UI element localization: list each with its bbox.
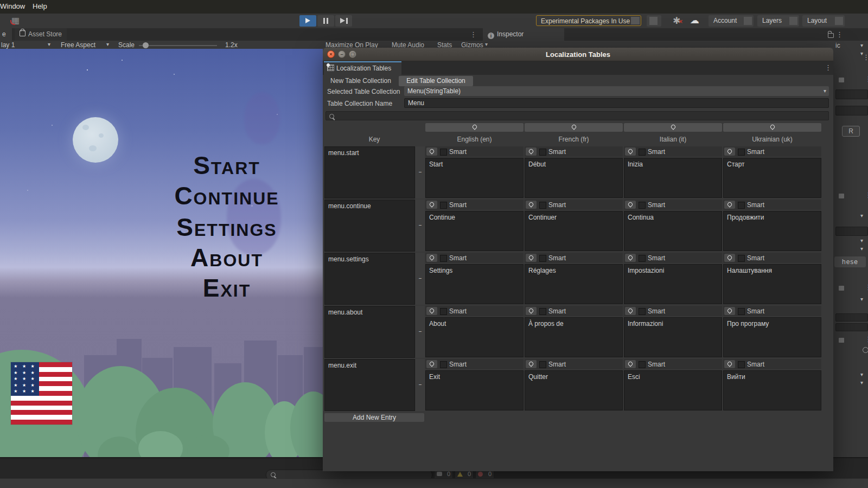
inspector-dropdown-arrow-4[interactable]: ▾: [860, 296, 863, 302]
column-metadata-button[interactable]: [425, 123, 524, 132]
translation-field[interactable]: Старт: [723, 158, 821, 198]
static-dropdown-arrow[interactable]: ▾: [860, 42, 863, 48]
translation-field[interactable]: Informazioni: [624, 317, 722, 357]
column-header-english[interactable]: English (en): [425, 133, 524, 146]
collection-name-field[interactable]: Menu: [404, 98, 829, 108]
remove-entry-button[interactable]: –: [416, 200, 425, 252]
smart-checkbox[interactable]: [639, 255, 646, 262]
smart-checkbox[interactable]: [639, 361, 646, 368]
key-cell[interactable]: menu.about: [324, 306, 415, 358]
smart-checkbox[interactable]: [539, 361, 546, 368]
metadata-button[interactable]: [526, 360, 537, 368]
inspector-tab[interactable]: iInspector: [483, 28, 564, 41]
smart-checkbox[interactable]: [440, 361, 447, 368]
key-cell[interactable]: menu.settings: [324, 253, 415, 305]
metadata-button[interactable]: [426, 254, 437, 262]
column-header-ukrainian[interactable]: Ukrainian (uk): [723, 133, 821, 146]
smart-checkbox[interactable]: [738, 308, 745, 315]
cloud-icon[interactable]: ☁: [690, 15, 699, 25]
translation-field[interactable]: Réglages: [525, 264, 623, 304]
component-kebab-icon-5[interactable]: ⋮: [865, 336, 868, 343]
layout-button[interactable]: Layout: [802, 15, 845, 27]
smart-checkbox[interactable]: [440, 308, 447, 315]
inspector-dropdown-arrow-5[interactable]: ▾: [860, 371, 863, 377]
metadata-button[interactable]: [426, 307, 437, 315]
game-panel-kebab-icon[interactable]: ⋮: [470, 31, 477, 38]
remove-entry-button[interactable]: –: [416, 306, 425, 358]
remove-entry-button[interactable]: –: [416, 359, 425, 411]
table-search-input[interactable]: [326, 111, 829, 120]
smart-checkbox[interactable]: [539, 308, 546, 315]
inspector-dropdown-arrow-2[interactable]: ▾: [860, 237, 863, 243]
metadata-button[interactable]: [625, 360, 636, 368]
game-menu-start[interactable]: Start: [193, 151, 260, 180]
smart-checkbox[interactable]: [738, 361, 745, 368]
metadata-button[interactable]: [724, 201, 735, 209]
metadata-button[interactable]: [426, 360, 437, 368]
column-metadata-button[interactable]: [624, 123, 722, 132]
metadata-button[interactable]: [526, 201, 537, 209]
translation-field[interactable]: Impostazioni: [624, 264, 722, 304]
metadata-button[interactable]: [724, 147, 735, 156]
selected-collection-dropdown[interactable]: Menu(StringTable) ▾: [404, 86, 829, 96]
translation-field[interactable]: Start: [425, 158, 524, 198]
translation-field[interactable]: Quitter: [525, 370, 623, 410]
component-kebab-icon-2[interactable]: ⋮: [865, 75, 868, 82]
step-button[interactable]: [335, 15, 352, 27]
layers-button[interactable]: Layers: [757, 15, 799, 27]
pause-button[interactable]: [317, 15, 334, 27]
smart-checkbox[interactable]: [440, 255, 447, 262]
translation-field[interactable]: Début: [525, 158, 623, 198]
inspector-field[interactable]: [835, 89, 868, 99]
key-cell[interactable]: menu.start: [324, 146, 415, 198]
metadata-button[interactable]: [625, 201, 636, 209]
metadata-button[interactable]: [526, 254, 537, 262]
window-titlebar[interactable]: Localization Tables × – ▢: [323, 48, 833, 61]
metadata-button[interactable]: [526, 147, 537, 156]
metadata-button[interactable]: [724, 360, 735, 368]
preset-icon-2[interactable]: [839, 194, 844, 198]
translation-field[interactable]: Inizia: [624, 158, 722, 198]
metadata-button[interactable]: [724, 254, 735, 262]
column-header-french[interactable]: French (fr): [525, 133, 623, 146]
game-menu-continue[interactable]: Continue: [174, 181, 279, 210]
localization-tables-tab[interactable]: Localization Tables: [324, 61, 401, 75]
component-kebab-icon-3[interactable]: ⋮: [865, 191, 868, 198]
metadata-button[interactable]: [625, 254, 636, 262]
translation-field[interactable]: Continuer: [525, 211, 623, 251]
component-kebab-icon[interactable]: ⋮: [863, 54, 868, 61]
game-menu-about[interactable]: About: [190, 243, 263, 272]
grid-snap-icon[interactable]: ▦: [10, 15, 21, 25]
smart-checkbox[interactable]: [738, 149, 745, 156]
metadata-button[interactable]: [426, 201, 437, 209]
inspector-field-5[interactable]: [835, 323, 868, 331]
metadata-button[interactable]: [625, 147, 636, 156]
smart-checkbox[interactable]: [539, 202, 546, 209]
smart-checkbox[interactable]: [639, 308, 646, 315]
smart-checkbox[interactable]: [738, 255, 745, 262]
inspector-field-2[interactable]: [835, 106, 868, 115]
inspector-dropdown-arrow-1[interactable]: ▾: [860, 213, 863, 219]
new-table-collection-button[interactable]: New Table Collection: [325, 76, 397, 86]
asset-store-tab[interactable]: Asset Store: [15, 28, 67, 41]
preset-icon[interactable]: [839, 78, 844, 82]
collab-icon[interactable]: ✱×: [671, 16, 682, 26]
window-kebab-icon[interactable]: ⋮: [825, 64, 832, 71]
game-menu-settings[interactable]: Settings: [176, 213, 277, 242]
column-metadata-button[interactable]: [525, 123, 623, 132]
translation-field[interactable]: Continua: [624, 211, 722, 251]
close-icon[interactable]: ×: [327, 50, 335, 58]
display-dropdown-partial[interactable]: lay 1: [1, 41, 15, 49]
smart-checkbox[interactable]: [539, 255, 546, 262]
inspector-dropdown-arrow-6[interactable]: ▾: [860, 380, 863, 386]
lock-icon[interactable]: [828, 33, 834, 38]
game-tab-partial[interactable]: e: [0, 28, 12, 41]
key-column-header[interactable]: Key: [324, 133, 424, 146]
preset-icon-4[interactable]: [839, 338, 844, 343]
preset-icon-3[interactable]: [839, 286, 844, 291]
maximize-icon[interactable]: ▢: [349, 50, 356, 58]
menu-window[interactable]: Window: [0, 2, 25, 10]
smart-checkbox[interactable]: [639, 149, 646, 156]
r-button[interactable]: R: [842, 126, 860, 137]
translation-field[interactable]: À propos de: [525, 317, 623, 357]
